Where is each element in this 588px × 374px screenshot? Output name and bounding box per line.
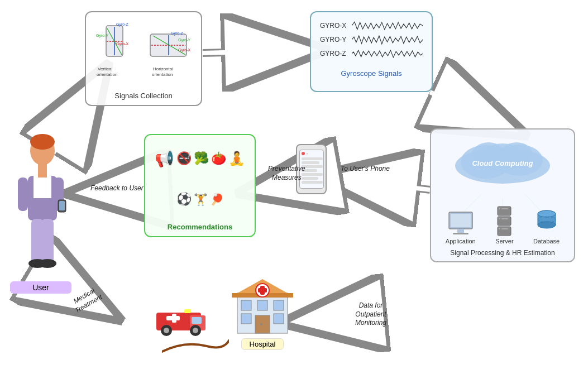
ambulance-area: [151, 301, 207, 335]
gyro-x-label: GYRO-X: [320, 22, 348, 30]
rec-icon-meditation: 🧘: [228, 151, 245, 166]
hospital-svg: [218, 274, 307, 335]
feedback-to-user-label: Feedback to User: [90, 184, 144, 193]
svg-text:Gyro-X: Gyro-X: [116, 42, 129, 46]
svg-line-17: [302, 315, 357, 321]
svg-rect-59: [501, 218, 508, 219]
ambulance-svg: [151, 301, 212, 338]
svg-text:Gyro-Y: Gyro-Y: [178, 38, 191, 42]
svg-rect-103: [184, 309, 191, 313]
svg-text:Gyro-Z: Gyro-Z: [116, 22, 129, 27]
svg-point-65: [538, 222, 556, 228]
svg-rect-53: [453, 233, 469, 234]
svg-text:Gyro-X: Gyro-X: [178, 48, 191, 52]
signals-collection-label: Signals Collection: [86, 92, 201, 100]
gyro-z-row: GYRO-Z: [320, 47, 423, 60]
monitor-svg: [446, 211, 475, 236]
rec-icon-sport: ⚽: [176, 192, 192, 207]
database-label: Database: [533, 238, 560, 244]
server-svg: [493, 205, 515, 236]
rec-icon-vegetable: 🥦: [194, 151, 209, 166]
svg-text:Vertical: Vertical: [98, 66, 112, 71]
gyro-z-label: GYRO-Z: [320, 50, 348, 57]
gyro-x-row: GYRO-X: [320, 20, 423, 32]
svg-rect-89: [274, 300, 284, 310]
user-figure: User: [10, 134, 71, 294]
medical-treatment-label: MedicalTreatment: [69, 285, 104, 315]
rec-icon-tomato: 🍅: [211, 151, 226, 166]
database-device: Database: [533, 208, 560, 244]
server-device: Server: [493, 205, 515, 244]
gyro-y-row: GYRO-Y: [320, 33, 423, 46]
svg-rect-55: [499, 208, 500, 209]
svg-line-6: [203, 50, 307, 53]
application-label: Application: [446, 238, 476, 244]
svg-rect-62: [501, 228, 508, 229]
hospital-label: Hospital: [241, 338, 284, 350]
svg-rect-52: [457, 229, 464, 233]
svg-point-80: [39, 259, 56, 268]
server-label: Server: [495, 238, 513, 244]
svg-rect-91: [274, 314, 284, 324]
signal-processing-label: Signal Processing & HR Estimation: [431, 249, 574, 257]
outpatient-monitoring-label: Data forOutpatientMonitoring: [355, 301, 386, 328]
svg-line-12: [258, 184, 289, 190]
svg-point-102: [193, 328, 198, 333]
svg-rect-98: [192, 317, 202, 324]
rec-icon-dumbbell: 🏋️: [194, 193, 208, 206]
recommendations-label: Recommendations: [145, 223, 255, 231]
svg-point-100: [164, 328, 169, 333]
svg-rect-51: [451, 214, 471, 227]
diagram-container: Gyro-Z Gyro-Y Gyro-X Vertical orientatio…: [0, 0, 588, 374]
svg-line-9: [335, 179, 430, 190]
gyro-signals-box: GYRO-X GYRO-Y GYRO-Z Gyroscope Signals: [310, 11, 433, 92]
svg-rect-56: [501, 208, 508, 209]
svg-rect-61: [499, 228, 500, 229]
svg-text:orientation: orientation: [97, 72, 117, 77]
svg-rect-76: [59, 201, 65, 210]
cloud-svg: Cloud Computing: [447, 135, 558, 185]
svg-line-8: [430, 92, 508, 127]
gyro-y-wave: [352, 33, 423, 46]
svg-text:Gyro-Z: Gyro-Z: [171, 31, 184, 36]
application-device: Application: [446, 211, 476, 244]
signals-collection-box: Gyro-Z Gyro-Y Gyro-X Vertical orientatio…: [85, 11, 202, 106]
svg-text:Cloud Computing: Cloud Computing: [472, 159, 533, 167]
svg-line-10: [335, 179, 430, 190]
svg-line-5: [203, 50, 307, 53]
svg-line-7: [430, 92, 508, 127]
database-svg: [536, 208, 558, 236]
svg-point-69: [30, 134, 55, 150]
to-users-phone-label: To User's Phone: [341, 165, 390, 174]
svg-text:Gyro-Y: Gyro-Y: [96, 33, 109, 38]
svg-rect-71: [34, 176, 51, 198]
vertical-phone-svg: Gyro-Z Gyro-Y Gyro-X Vertical orientatio…: [95, 20, 134, 81]
gyroscope-signals-label: Gyroscope Signals: [311, 69, 432, 78]
svg-rect-78: [41, 219, 54, 263]
recommendations-box: 📢 🚭 🥦 🍅 🧘 ⚽ 🏋️ 🏓 Recommendations: [144, 134, 256, 237]
svg-rect-97: [172, 314, 176, 323]
hospital-area: Hospital: [218, 274, 307, 346]
signal-processing-box: Cloud Computing Application: [430, 128, 575, 262]
svg-rect-90: [241, 314, 251, 324]
svg-rect-73: [18, 178, 28, 211]
svg-text:Horizontal: Horizontal: [153, 66, 173, 71]
svg-line-11: [258, 184, 289, 190]
horizontal-phone-svg: Gyro-Z Gyro-Y Gyro-X Horizontal orientat…: [147, 20, 192, 81]
svg-rect-87: [241, 300, 251, 310]
user-svg: [10, 134, 71, 285]
gyro-y-label: GYRO-Y: [320, 36, 348, 44]
preventative-measures-label: PreventativeMeasures: [268, 165, 305, 182]
svg-rect-58: [499, 218, 500, 219]
rec-icon-pingpong: 🏓: [210, 193, 224, 206]
gyro-z-wave: [352, 47, 423, 60]
svg-point-93: [260, 323, 262, 325]
svg-rect-72: [38, 164, 47, 178]
svg-line-18: [302, 315, 357, 321]
svg-rect-88: [257, 300, 267, 310]
svg-text:orientation: orientation: [152, 72, 173, 77]
svg-point-66: [538, 210, 556, 217]
rec-icon-megaphone: 📢: [155, 150, 174, 168]
rec-icon-cigarette-no: 🚭: [176, 151, 192, 166]
svg-rect-86: [258, 288, 267, 293]
